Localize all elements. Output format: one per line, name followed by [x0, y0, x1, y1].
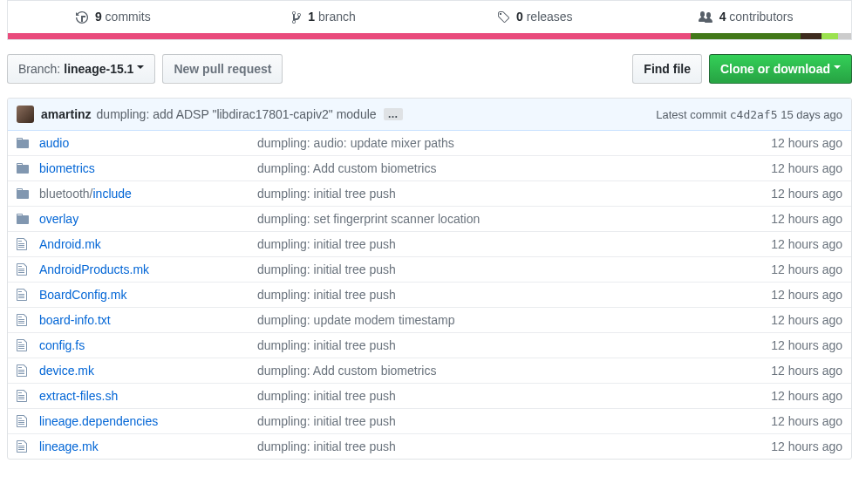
lang-segment	[691, 33, 801, 39]
file-icon	[17, 338, 31, 352]
file-commit-link[interactable]: dumpling: set fingerprint scanner locati…	[257, 212, 480, 226]
clone-download-button[interactable]: Clone or download	[709, 54, 852, 84]
contributors-stat[interactable]: 4 contributors	[640, 1, 851, 33]
file-icon	[17, 439, 31, 453]
file-link[interactable]: board-info.txt	[39, 313, 111, 327]
file-link[interactable]: AndroidProducts.mk	[39, 262, 149, 276]
file-link[interactable]: device.mk	[39, 364, 94, 378]
commit-sha[interactable]: c4d2af5	[730, 108, 778, 121]
branch-icon	[292, 10, 301, 24]
branches-count: 1	[308, 10, 315, 24]
file-commit-message: dumpling: set fingerprint scanner locati…	[257, 212, 771, 226]
new-pull-request-button[interactable]: New pull request	[162, 54, 283, 84]
file-commit-message: dumpling: initial tree push	[257, 288, 771, 302]
file-time: 12 hours ago	[771, 439, 842, 453]
file-link[interactable]: include	[93, 187, 132, 201]
file-commit-link[interactable]: dumpling: initial tree push	[257, 288, 396, 302]
file-row: board-info.txtdumpling: update modem tim…	[8, 307, 851, 332]
file-icon	[17, 262, 31, 276]
file-time: 12 hours ago	[771, 262, 842, 276]
file-name: overlay	[39, 212, 257, 226]
commit-author[interactable]: amartinz	[41, 107, 92, 121]
tag-icon	[497, 10, 509, 24]
file-commit-link[interactable]: dumpling: initial tree push	[257, 414, 396, 428]
ellipsis-button[interactable]: …	[384, 108, 403, 120]
commits-label: commits	[106, 10, 151, 24]
chevron-down-icon	[834, 65, 841, 72]
file-row: overlaydumpling: set fingerprint scanner…	[8, 206, 851, 231]
branch-select-button[interactable]: Branch: lineage-15.1	[7, 54, 155, 84]
file-commit-link[interactable]: dumpling: initial tree push	[257, 439, 396, 453]
file-commit-link[interactable]: dumpling: initial tree push	[257, 237, 396, 251]
file-toolbar: Branch: lineage-15.1 New pull request Fi…	[7, 40, 852, 98]
file-row: bluetooth/includedumpling: initial tree …	[8, 180, 851, 206]
releases-stat[interactable]: 0 releases	[430, 1, 641, 33]
commit-message[interactable]: dumpling: add ADSP "libdirac17801-capiv2…	[97, 107, 377, 121]
file-link[interactable]: lineage.mk	[39, 439, 99, 453]
file-name: lineage.dependencies	[39, 414, 257, 428]
branches-stat[interactable]: 1 branch	[219, 1, 430, 33]
file-time: 12 hours ago	[771, 212, 842, 226]
file-icon	[17, 288, 31, 302]
history-icon	[76, 10, 88, 24]
file-commit-link[interactable]: dumpling: initial tree push	[257, 262, 396, 276]
file-link[interactable]: overlay	[39, 212, 78, 226]
file-row: lineage.mkdumpling: initial tree push12 …	[8, 433, 851, 459]
branches-label: branch	[318, 10, 356, 24]
file-commit-message: dumpling: initial tree push	[257, 262, 771, 276]
commit-time: 15 days ago	[781, 108, 842, 121]
file-commit-message: dumpling: initial tree push	[257, 187, 771, 201]
avatar[interactable]	[17, 106, 34, 123]
file-time: 12 hours ago	[771, 161, 842, 175]
lang-segment	[801, 33, 822, 39]
file-commit-link[interactable]: dumpling: initial tree push	[257, 389, 396, 403]
file-icon	[17, 389, 31, 403]
file-commit-message: dumpling: initial tree push	[257, 237, 771, 251]
file-commit-link[interactable]: dumpling: update modem timestamp	[257, 313, 454, 327]
file-link[interactable]: BoardConfig.mk	[39, 288, 126, 302]
folder-icon	[17, 136, 31, 150]
contributors-label: contributors	[729, 10, 793, 24]
file-commit-link[interactable]: dumpling: Add custom biometrics	[257, 161, 436, 175]
folder-icon	[17, 161, 31, 175]
file-link[interactable]: lineage.dependencies	[39, 414, 158, 428]
file-commit-link[interactable]: dumpling: initial tree push	[257, 338, 396, 352]
file-commit-message: dumpling: update modem timestamp	[257, 313, 771, 327]
file-link[interactable]: extract-files.sh	[39, 389, 118, 403]
file-row: BoardConfig.mkdumpling: initial tree pus…	[8, 282, 851, 307]
file-row: Android.mkdumpling: initial tree push12 …	[8, 231, 851, 256]
file-name: AndroidProducts.mk	[39, 262, 257, 276]
file-row: device.mkdumpling: Add custom biometrics…	[8, 358, 851, 383]
file-icon	[17, 237, 31, 251]
folder-icon	[17, 187, 31, 201]
releases-label: releases	[527, 10, 573, 24]
file-time: 12 hours ago	[771, 414, 842, 428]
file-commit-message: dumpling: initial tree push	[257, 439, 771, 453]
language-bar[interactable]	[7, 33, 852, 40]
file-time: 12 hours ago	[771, 389, 842, 403]
file-name: Android.mk	[39, 237, 257, 251]
file-commit-message: dumpling: Add custom biometrics	[257, 161, 771, 175]
file-commit-link[interactable]: dumpling: initial tree push	[257, 187, 396, 201]
file-time: 12 hours ago	[771, 187, 842, 201]
file-commit-message: dumpling: audio: update mixer paths	[257, 136, 771, 150]
file-name: extract-files.sh	[39, 389, 257, 403]
file-commit-message: dumpling: initial tree push	[257, 389, 771, 403]
file-row: biometricsdumpling: Add custom biometric…	[8, 155, 851, 180]
file-commit-link[interactable]: dumpling: audio: update mixer paths	[257, 136, 454, 150]
contributors-count: 4	[719, 10, 726, 24]
file-link[interactable]: config.fs	[39, 338, 85, 352]
commits-stat[interactable]: 9 commits	[8, 1, 219, 33]
file-link[interactable]: Android.mk	[39, 237, 101, 251]
file-time: 12 hours ago	[771, 313, 842, 327]
file-commit-message: dumpling: initial tree push	[257, 414, 771, 428]
file-link[interactable]: audio	[39, 136, 69, 150]
file-commit-link[interactable]: dumpling: Add custom biometrics	[257, 364, 436, 378]
file-link[interactable]: biometrics	[39, 161, 95, 175]
file-name: BoardConfig.mk	[39, 288, 257, 302]
find-file-button[interactable]: Find file	[632, 54, 702, 84]
file-row: AndroidProducts.mkdumpling: initial tree…	[8, 256, 851, 282]
commits-count: 9	[95, 10, 102, 24]
lang-segment	[822, 33, 838, 39]
file-row: audiodumpling: audio: update mixer paths…	[8, 131, 851, 155]
